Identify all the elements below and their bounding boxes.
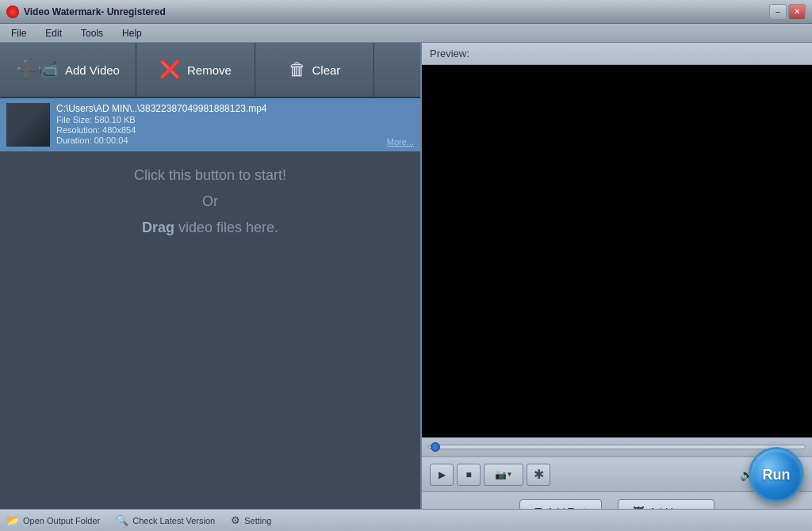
check-latest-version-label: Check Latest Version — [132, 516, 215, 525]
clear-button[interactable]: 🗑 Clear — [255, 43, 374, 97]
clear-icon: 🗑 — [289, 59, 306, 80]
camera-icon: 📷 — [495, 469, 507, 480]
clear-label: Clear — [312, 63, 341, 77]
minimize-button[interactable]: – — [769, 4, 787, 20]
setting-label: Setting — [244, 516, 271, 525]
setting-button[interactable]: ⚙ Setting — [231, 514, 271, 526]
search-icon: 🔍 — [116, 514, 128, 526]
drop-text-start: Click this button to start! — [134, 167, 286, 184]
open-output-folder-button[interactable]: 📂 Open Output Folder — [6, 514, 100, 526]
title-bar: Video Watermark- Unregistered – ✕ — [0, 0, 812, 24]
stop-button[interactable]: ■ — [457, 464, 481, 486]
run-button-container: Run — [749, 447, 804, 502]
drop-text-drag: Drag video files here. — [142, 220, 278, 236]
remove-button[interactable]: ❌ Remove — [136, 43, 255, 97]
remove-icon: ❌ — [159, 59, 181, 80]
title-bar-left: Video Watermark- Unregistered — [6, 6, 166, 18]
file-size: File Size: 580.10 KB — [56, 115, 381, 124]
add-video-icon: ➕📹 — [16, 59, 59, 80]
title-controls: – ✕ — [769, 4, 806, 20]
seek-thumb — [431, 442, 440, 452]
drop-drag-rest: video files here. — [174, 220, 278, 235]
status-bar: 📂 Open Output Folder 🔍 Check Latest Vers… — [0, 509, 812, 531]
menu-help[interactable]: Help — [114, 26, 150, 40]
preview-label: Preview: — [422, 43, 812, 65]
menu-tools[interactable]: Tools — [73, 26, 111, 40]
file-duration: Duration: 00:00:04 — [56, 136, 381, 145]
snapshot-dropdown-icon: ▼ — [507, 471, 513, 478]
drop-text-or: Or — [202, 193, 218, 210]
add-video-button[interactable]: ➕📹 Add Video — [0, 43, 136, 97]
open-output-folder-label: Open Output Folder — [23, 516, 100, 525]
file-more-link[interactable]: More... — [387, 137, 414, 147]
drop-drag-bold: Drag — [142, 220, 174, 235]
file-details: C:\Users\AD MIN\..\38322387049981888123.… — [56, 103, 381, 145]
folder-icon: 📂 — [6, 514, 19, 526]
menu-file[interactable]: File — [3, 26, 34, 40]
remove-label: Remove — [187, 63, 232, 77]
file-resolution: Resolution: 480x854 — [56, 125, 381, 135]
gear-icon: ⚙ — [231, 514, 240, 526]
run-button[interactable]: Run — [749, 447, 804, 502]
play-button[interactable]: ▶ — [430, 464, 454, 486]
snapshot-button[interactable]: 📷 ▼ — [484, 464, 523, 486]
sparkle-icon: ✱ — [534, 467, 544, 482]
left-panel: ➕📹 Add Video ❌ Remove 🗑 Clear C:\Users\A… — [0, 43, 420, 531]
file-thumbnail — [6, 103, 50, 147]
file-item[interactable]: C:\Users\AD MIN\..\38322387049981888123.… — [0, 98, 420, 151]
close-button[interactable]: ✕ — [788, 4, 806, 20]
main-content: ➕📹 Add Video ❌ Remove 🗑 Clear C:\Users\A… — [0, 43, 812, 531]
window-title: Video Watermark- Unregistered — [24, 6, 166, 17]
drop-zone: Click this button to start! Or Drag vide… — [0, 151, 420, 252]
right-panel: Preview: ▶ ■ 📷 ▼ ✱ 🔉 — [420, 43, 812, 531]
app-icon — [6, 6, 19, 18]
preview-area — [422, 65, 812, 437]
add-video-label: Add Video — [65, 63, 120, 77]
file-list-area: C:\Users\AD MIN\..\38322387049981888123.… — [0, 98, 420, 531]
menu-bar: File Edit Tools Help — [0, 24, 812, 43]
check-latest-version-button[interactable]: 🔍 Check Latest Version — [116, 514, 215, 526]
right-panel-inner: ▶ ■ 📷 ▼ ✱ 🔉 T Ad — [422, 65, 812, 531]
file-path: C:\Users\AD MIN\..\38322387049981888123.… — [56, 103, 381, 114]
sparkle-button[interactable]: ✱ — [527, 464, 550, 486]
menu-edit[interactable]: Edit — [37, 26, 70, 40]
toolbar: ➕📹 Add Video ❌ Remove 🗑 Clear — [0, 43, 420, 98]
